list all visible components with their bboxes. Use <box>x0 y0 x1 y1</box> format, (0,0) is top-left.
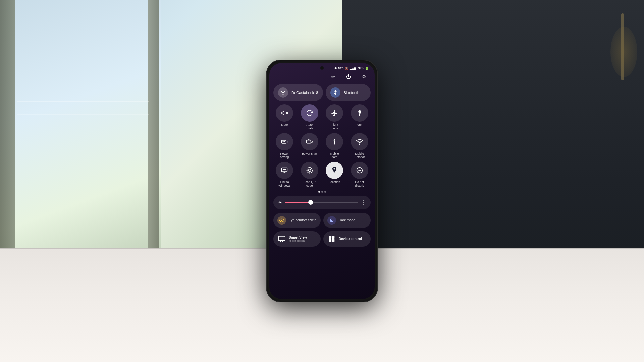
mobile-data-icon <box>326 133 343 150</box>
eye-comfort-tile[interactable]: Eye comfort shield <box>273 213 321 228</box>
link-windows-tile[interactable]: Link toWindows <box>273 162 296 188</box>
comfort-row: Eye comfort shield Dark mode <box>273 213 371 228</box>
mute-icon <box>276 104 293 122</box>
flight-mode-label: Flightmode <box>331 123 338 130</box>
bluetooth-tile[interactable]: Bluetooth <box>326 84 371 101</box>
location-tile[interactable]: Location <box>323 162 346 188</box>
wifi-label: DeGasfabriek18 <box>291 90 318 95</box>
bottom-row: Smart View Mirror screen Dev <box>273 231 371 247</box>
hotspot-label: MobileHotspot <box>354 152 365 159</box>
svg-rect-3 <box>359 114 360 116</box>
plant-leaves <box>610 27 637 77</box>
location-label: Location <box>329 180 340 184</box>
svg-point-17 <box>308 169 311 172</box>
brightness-row: ☀ ⋮ <box>273 196 371 209</box>
notification-panel: DeGasfabriek18 Bluetooth <box>269 84 375 299</box>
wifi-tile[interactable]: DeGasfabriek18 <box>273 84 323 101</box>
smart-view-sub: Mirror screen <box>289 239 307 242</box>
hotspot-tile[interactable]: MobileHotspot <box>348 133 371 159</box>
scan-qr-label: Scan QRcode <box>303 180 316 188</box>
brightness-slider[interactable] <box>285 202 358 203</box>
power-button[interactable]: ⏻ <box>344 72 353 81</box>
bluetooth-status-icon: ✱ <box>334 67 337 70</box>
brightness-thumb[interactable] <box>308 200 313 205</box>
battery-icon: 🔋 <box>365 67 369 70</box>
device-control-label: Device control <box>339 237 362 241</box>
dot-1 <box>318 191 320 193</box>
svg-rect-24 <box>332 236 335 239</box>
device-control-content: Device control <box>339 237 362 241</box>
quick-tiles-grid: Mute Autorotate <box>273 104 371 188</box>
battery-level: 70% <box>357 66 364 70</box>
power-share-icon <box>301 133 318 150</box>
power-saving-icon <box>276 133 293 150</box>
svg-rect-12 <box>334 140 335 143</box>
flight-mode-icon <box>326 104 343 122</box>
dnd-icon <box>351 162 368 179</box>
mute-status-icon: 🔇 <box>345 67 348 70</box>
scan-qr-tile[interactable]: Scan QRcode <box>299 162 321 188</box>
dot-2 <box>321 191 323 193</box>
device-control-icon <box>327 235 336 243</box>
power-share-label: power shar <box>302 152 317 156</box>
torch-icon <box>351 104 368 122</box>
mobile-data-label: Mobiledata <box>330 152 339 159</box>
dark-mode-tile[interactable]: Dark mode <box>323 213 371 228</box>
auto-rotate-icon <box>301 104 318 122</box>
torch-tile[interactable]: Torch <box>348 104 371 130</box>
bluetooth-tile-icon <box>330 87 340 98</box>
mute-label: Mute <box>281 123 288 127</box>
connectivity-row: DeGasfabriek18 Bluetooth <box>273 84 371 101</box>
svg-rect-26 <box>332 239 335 242</box>
brightness-menu-icon[interactable]: ⋮ <box>361 199 366 206</box>
dnd-tile[interactable]: Do notdisturb <box>348 162 371 188</box>
mute-tile[interactable]: Mute <box>273 104 296 130</box>
smart-view-label: Smart View <box>289 236 307 239</box>
flight-mode-tile[interactable]: Flightmode <box>323 104 346 130</box>
smart-view-content: Smart View Mirror screen <box>289 236 307 242</box>
settings-button[interactable]: ⚙ <box>359 72 369 81</box>
auto-rotate-label: Autorotate <box>306 123 313 130</box>
svg-rect-23 <box>329 236 332 239</box>
brightness-fill <box>285 202 311 203</box>
eye-comfort-label: Eye comfort shield <box>289 218 316 222</box>
smart-view-icon <box>277 235 286 243</box>
balcony-railing <box>17 101 149 102</box>
status-icons: ✱ NFC 🔇 ▂▄▆ 70% 🔋 <box>334 66 369 70</box>
balcony-railing-2 <box>17 114 149 115</box>
svg-point-13 <box>359 144 360 144</box>
dnd-label: Do notdisturb <box>355 180 364 188</box>
svg-rect-2 <box>359 110 360 111</box>
pagination-dots <box>273 191 371 193</box>
dot-3 <box>324 191 326 193</box>
eye-comfort-icon <box>277 216 286 225</box>
svg-point-21 <box>281 220 282 221</box>
torch-label: Torch <box>356 123 363 127</box>
top-actions-row: ✏ ⏻ ⚙ <box>269 71 375 84</box>
link-windows-icon <box>276 162 293 179</box>
power-saving-tile[interactable]: Powersaving <box>273 133 296 159</box>
hotspot-icon <box>351 133 368 150</box>
wifi-icon <box>278 87 288 98</box>
svg-point-18 <box>307 168 313 173</box>
smart-view-tile[interactable]: Smart View Mirror screen <box>273 231 321 247</box>
device-control-tile[interactable]: Device control <box>323 231 371 247</box>
mobile-data-tile[interactable]: Mobiledata <box>323 133 346 159</box>
edit-button[interactable]: ✏ <box>328 72 338 81</box>
location-icon <box>326 162 343 179</box>
auto-rotate-tile[interactable]: Autorotate <box>299 104 321 130</box>
link-windows-label: Link toWindows <box>278 180 291 188</box>
camera-notch <box>320 66 324 70</box>
dark-mode-label: Dark mode <box>339 218 355 222</box>
dark-mode-icon <box>327 216 336 225</box>
phone-body: ✱ NFC 🔇 ▂▄▆ 70% 🔋 ✏ ⏻ ⚙ <box>267 60 377 302</box>
scan-qr-icon <box>301 162 318 179</box>
bluetooth-label: Bluetooth <box>344 90 359 95</box>
power-share-tile[interactable]: power shar <box>299 133 321 159</box>
svg-rect-25 <box>329 239 332 242</box>
nfc-status-icon: NFC <box>338 67 343 70</box>
svg-rect-9 <box>307 140 311 143</box>
signal-bars-icon: ▂▄▆ <box>350 67 356 70</box>
brightness-sun-icon: ☀ <box>278 200 282 205</box>
svg-rect-22 <box>278 236 285 241</box>
